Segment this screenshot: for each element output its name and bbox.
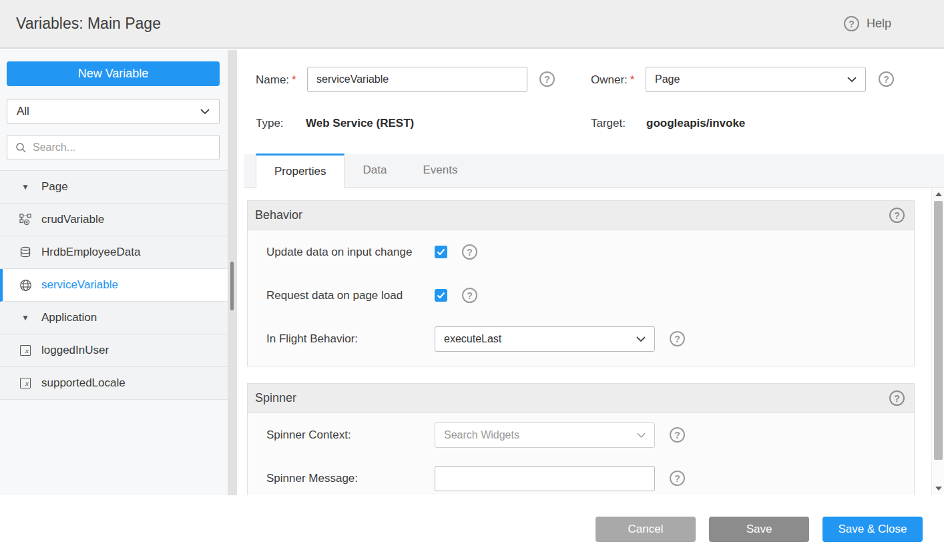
- properties-tab-content: Behavior ? Update data on input change ?…: [244, 188, 944, 495]
- filter-selected-value: All: [17, 105, 200, 118]
- page-title: Variables: Main Page: [16, 15, 161, 33]
- sidebar-scrollbar-thumb[interactable]: [230, 262, 234, 310]
- content-scrollbar[interactable]: [931, 188, 944, 495]
- scroll-up-arrow-icon[interactable]: [932, 189, 944, 200]
- in-flight-select[interactable]: executeLast: [435, 326, 655, 352]
- in-flight-help-icon[interactable]: ?: [670, 331, 685, 346]
- chevron-down-icon: [847, 77, 857, 82]
- owner-select[interactable]: Page: [646, 67, 866, 92]
- variable-form-header: Name:* ? Owner:* Page ? Type: Web Servic…: [244, 49, 944, 154]
- tab-properties[interactable]: Properties: [256, 154, 344, 188]
- cancel-button[interactable]: Cancel: [596, 517, 696, 542]
- request-data-row: Request data on page load ?: [248, 274, 914, 317]
- globe-icon: [19, 279, 32, 292]
- spinner-section-title: Spinner: [255, 391, 889, 405]
- type-label: Type:: [256, 117, 284, 130]
- variable-label: supportedLocale: [41, 376, 126, 390]
- spinner-context-label: Spinner Context:: [266, 429, 435, 442]
- group-label: Application: [41, 311, 97, 324]
- behavior-section-header: Behavior ?: [248, 201, 914, 230]
- tab-data[interactable]: Data: [344, 154, 405, 187]
- in-flight-label: In Flight Behavior:: [266, 332, 435, 346]
- variable-label: crudVariable: [41, 213, 104, 226]
- spinner-message-field[interactable]: [435, 466, 655, 491]
- sidebar-item-crudvariable[interactable]: crudVariable: [0, 204, 228, 236]
- variable-search: [7, 135, 220, 160]
- name-label: Name:*: [256, 73, 296, 87]
- request-data-label: Request data on page load: [266, 289, 435, 302]
- model-variable-icon: x: [19, 345, 32, 356]
- spinner-message-label: Spinner Message:: [266, 472, 435, 485]
- variables-dialog: Variables: Main Page ? Help New Variable…: [0, 0, 944, 560]
- search-input[interactable]: [33, 142, 211, 154]
- chevron-down-icon: [636, 336, 646, 342]
- owner-help-icon[interactable]: ?: [879, 71, 894, 87]
- spinner-help-icon[interactable]: ?: [889, 390, 905, 406]
- request-data-help-icon[interactable]: ?: [462, 288, 477, 303]
- in-flight-row: In Flight Behavior: executeLast ?: [248, 317, 914, 360]
- request-data-checkbox[interactable]: [435, 289, 447, 302]
- sidebar-item-servicevariable[interactable]: serviceVariable: [0, 269, 228, 302]
- sidebar-group-page[interactable]: ▼ Page: [0, 171, 228, 204]
- help-button[interactable]: ? Help: [844, 0, 891, 47]
- sidebar-item-loggedinuser[interactable]: x loggedInUser: [0, 334, 228, 367]
- sidebar-item-supportedlocale[interactable]: x supportedLocale: [0, 367, 228, 400]
- spinner-message-row: Spinner Message: ?: [248, 457, 914, 495]
- sidebar-scrollbar[interactable]: [228, 50, 237, 495]
- chevron-down-icon: [637, 433, 646, 438]
- variable-filter-select[interactable]: All: [7, 99, 220, 124]
- sidebar-item-hrdbemployeedata[interactable]: HrdbEmployeeData: [0, 236, 228, 269]
- update-data-checkbox[interactable]: [435, 246, 447, 258]
- spinner-context-select[interactable]: Search Widgets: [435, 423, 655, 448]
- target-value: googleapis/invoke: [646, 117, 745, 130]
- sidebar-group-application[interactable]: ▼ Application: [0, 302, 228, 334]
- behavior-section-title: Behavior: [255, 208, 889, 222]
- spinner-context-help-icon[interactable]: ?: [670, 427, 685, 443]
- chevron-down-icon: [200, 109, 210, 114]
- owner-label: Owner:*: [591, 73, 634, 87]
- spinner-message-help-icon[interactable]: ?: [670, 471, 685, 486]
- type-value: Web Service (REST): [306, 117, 414, 130]
- update-data-label: Update data on input change: [266, 246, 435, 259]
- in-flight-selected-value: executeLast: [444, 333, 636, 345]
- dialog-footer: Cancel Save Save & Close: [0, 495, 944, 560]
- search-icon: [15, 142, 27, 154]
- owner-selected-value: Page: [655, 73, 847, 85]
- name-help-icon[interactable]: ?: [539, 71, 555, 87]
- spinner-context-row: Spinner Context: Search Widgets ?: [248, 413, 914, 457]
- content-scrollbar-thumb[interactable]: [934, 201, 943, 460]
- variable-label: loggedInUser: [41, 344, 109, 357]
- help-label: Help: [867, 17, 891, 31]
- variable-label: serviceVariable: [41, 278, 118, 292]
- target-label: Target:: [591, 117, 626, 130]
- group-label: Page: [41, 180, 68, 194]
- triangle-down-icon: ▼: [19, 313, 32, 322]
- tab-events[interactable]: Events: [405, 154, 475, 187]
- database-icon: [19, 246, 32, 258]
- dialog-header: Variables: Main Page ? Help: [0, 0, 944, 49]
- update-data-help-icon[interactable]: ?: [462, 244, 477, 260]
- scroll-down-arrow-icon[interactable]: [932, 483, 944, 494]
- spinner-context-placeholder: Search Widgets: [444, 429, 637, 441]
- model-variable-icon: x: [19, 378, 32, 388]
- required-marker: *: [630, 73, 635, 86]
- variable-list: ▼ Page crudVariable: [0, 170, 228, 400]
- update-data-row: Update data on input change ?: [248, 230, 914, 274]
- new-variable-button[interactable]: New Variable: [7, 61, 220, 86]
- variable-label: HrdbEmployeeData: [41, 246, 140, 259]
- behavior-help-icon[interactable]: ?: [889, 208, 905, 223]
- spinner-section: Spinner ? Spinner Context: Search Widget…: [247, 383, 915, 495]
- save-and-close-button[interactable]: Save & Close: [822, 517, 923, 542]
- help-circle-icon: ?: [844, 16, 859, 31]
- detail-tabbar: Properties Data Events: [244, 154, 944, 188]
- crud-icon: [19, 214, 32, 226]
- variables-sidebar: New Variable All ▼ Page: [0, 50, 237, 495]
- save-button[interactable]: Save: [709, 517, 809, 542]
- required-marker: *: [292, 73, 296, 86]
- name-field[interactable]: [307, 67, 527, 92]
- variable-detail-panel: Name:* ? Owner:* Page ? Type: Web Servic…: [244, 49, 944, 495]
- behavior-section: Behavior ? Update data on input change ?…: [247, 200, 915, 366]
- triangle-down-icon: ▼: [19, 182, 32, 192]
- spinner-section-header: Spinner ?: [248, 384, 914, 413]
